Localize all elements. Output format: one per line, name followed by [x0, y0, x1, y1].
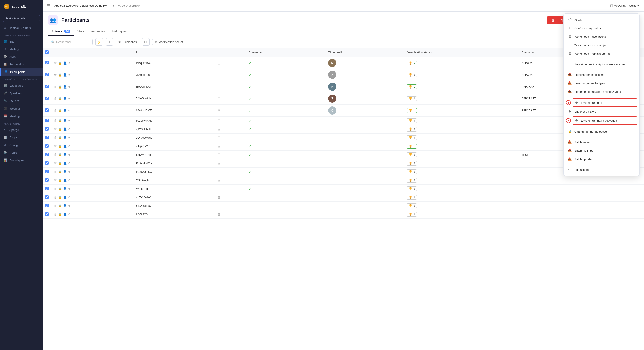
- delete-row-icon[interactable]: 🗑: [54, 153, 57, 156]
- access-site-button[interactable]: ⊕ Accès au site: [3, 15, 40, 22]
- user-row-icon[interactable]: 👤: [63, 179, 67, 182]
- row-checkbox[interactable]: [45, 204, 48, 207]
- user-row-icon[interactable]: 👤: [63, 109, 67, 112]
- delete-row-icon[interactable]: 🗑: [54, 73, 57, 77]
- row-checkbox[interactable]: [45, 136, 48, 139]
- dropdown-item-workshops-replays[interactable]: ⊟Workshops - replays par jour: [564, 49, 639, 58]
- delete-row-icon[interactable]: 🗑: [54, 196, 57, 199]
- lock-row-icon[interactable]: 🔒: [58, 179, 62, 182]
- row-checkbox[interactable]: [45, 85, 48, 88]
- delete-row-icon[interactable]: 🗑: [54, 179, 57, 182]
- history-row-icon[interactable]: ↺: [68, 136, 70, 139]
- tab-historiques[interactable]: Historiques: [108, 28, 130, 36]
- row-checkbox[interactable]: [45, 178, 48, 182]
- dropdown-item-batch-file-import[interactable]: 📤Batch file import: [564, 146, 639, 155]
- history-row-icon[interactable]: ↺: [68, 170, 70, 173]
- lock-row-icon[interactable]: 🔒: [58, 213, 62, 216]
- lock-row-icon[interactable]: 🔒: [58, 204, 62, 207]
- row-checkbox[interactable]: [45, 161, 48, 165]
- sidebar-item-mailing[interactable]: ✉ Mailing: [0, 45, 42, 53]
- id-sort-icon[interactable]: ↕: [139, 51, 140, 54]
- dropdown-item-envoyer-mail[interactable]: ✈Envoyer un mail: [572, 98, 637, 107]
- dropdown-item-json[interactable]: </>JSON: [564, 16, 639, 24]
- lock-row-icon[interactable]: 🔒: [58, 119, 62, 122]
- thumbnail-sort-icon[interactable]: ↕: [343, 51, 344, 54]
- filter-button[interactable]: ⚡: [96, 38, 103, 46]
- row-checkbox[interactable]: [45, 144, 48, 148]
- delete-row-icon[interactable]: 🗑: [54, 119, 57, 122]
- lock-row-icon[interactable]: 🔒: [58, 170, 62, 173]
- topbar-user[interactable]: Célia ▼: [629, 4, 640, 8]
- history-row-icon[interactable]: ↺: [68, 153, 70, 156]
- delete-row-icon[interactable]: 🗑: [54, 85, 57, 89]
- delete-row-icon[interactable]: 🗑: [54, 109, 57, 112]
- user-row-icon[interactable]: 👤: [63, 196, 67, 199]
- user-row-icon[interactable]: 👤: [63, 145, 67, 148]
- lock-row-icon[interactable]: 🔒: [58, 162, 62, 165]
- lock-row-icon[interactable]: 🔒: [58, 153, 62, 156]
- grid-row-icon[interactable]: ⊞: [218, 187, 220, 191]
- grid-row-icon[interactable]: ⊞: [218, 170, 220, 174]
- row-checkbox[interactable]: [45, 187, 48, 190]
- dropdown-item-telecharger-fichiers[interactable]: 📥Télécharger les fichiers: [564, 70, 639, 79]
- row-checkbox[interactable]: [45, 108, 48, 112]
- row-checkbox[interactable]: [45, 73, 48, 76]
- delete-row-icon[interactable]: 🗑: [54, 162, 57, 165]
- row-checkbox[interactable]: [45, 170, 48, 173]
- user-row-icon[interactable]: 👤: [63, 170, 67, 173]
- tab-stats[interactable]: Stats: [74, 28, 88, 36]
- grid-row-icon[interactable]: ⊞: [218, 136, 220, 140]
- dropdown-item-telecharger-badges[interactable]: 📥Télécharger les badges: [564, 79, 639, 87]
- history-row-icon[interactable]: ↺: [68, 196, 70, 199]
- sidebar-item-speakers[interactable]: 🎤 Speakers: [0, 89, 42, 97]
- hamburger-menu-icon[interactable]: ☰: [47, 3, 50, 8]
- dropdown-item-forcer-creneaux[interactable]: 📥Forcer les créneaux de rendez-vous: [564, 87, 639, 96]
- sidebar-item-site[interactable]: 🌐 Site: [0, 38, 42, 45]
- project-dropdown-icon[interactable]: ▼: [112, 5, 115, 7]
- layout-button[interactable]: ⊟: [142, 38, 150, 46]
- user-row-icon[interactable]: 👤: [63, 162, 67, 165]
- user-row-icon[interactable]: 👤: [63, 61, 67, 65]
- add-button[interactable]: +: [106, 38, 113, 46]
- dropdown-item-workshops-views[interactable]: ⊟Workshops - vues par jour: [564, 41, 639, 49]
- sidebar-item-apercu[interactable]: 👁 Aperçu: [0, 126, 42, 134]
- lock-row-icon[interactable]: 🔒: [58, 196, 62, 199]
- grid-row-icon[interactable]: ⊞: [218, 97, 220, 101]
- sidebar-item-dashboard[interactable]: ⊞ Tableau De Bord: [0, 24, 42, 32]
- user-row-icon[interactable]: 👤: [63, 136, 67, 139]
- history-row-icon[interactable]: ↺: [68, 73, 70, 77]
- user-row-icon[interactable]: 👤: [63, 85, 67, 89]
- lock-row-icon[interactable]: 🔒: [58, 136, 62, 139]
- delete-row-icon[interactable]: 🗑: [54, 61, 57, 65]
- history-row-icon[interactable]: ↺: [68, 97, 70, 100]
- search-field[interactable]: 🔍: [48, 39, 93, 45]
- user-row-icon[interactable]: 👤: [63, 213, 67, 216]
- history-row-icon[interactable]: ↺: [68, 145, 70, 148]
- history-row-icon[interactable]: ↺: [68, 162, 70, 165]
- lock-row-icon[interactable]: 🔒: [58, 97, 62, 100]
- row-checkbox[interactable]: [45, 97, 48, 100]
- grid-row-icon[interactable]: ⊞: [218, 212, 220, 216]
- tab-anomalies[interactable]: Anomalies: [88, 28, 108, 36]
- user-row-icon[interactable]: 👤: [63, 153, 67, 156]
- user-row-icon[interactable]: 👤: [63, 97, 67, 100]
- lock-row-icon[interactable]: 🔒: [58, 187, 62, 190]
- select-all-checkbox[interactable]: [45, 51, 48, 54]
- row-checkbox[interactable]: [45, 119, 48, 122]
- sidebar-item-ateliers[interactable]: 🔧 Ateliers: [0, 97, 42, 105]
- grid-row-icon[interactable]: ⊞: [218, 204, 220, 208]
- dropdown-item-batch-import[interactable]: 📤Batch import: [564, 138, 639, 146]
- dropdown-item-supprimer-inscriptions[interactable]: ⊟Supprimer les inscriptions aux sessions: [564, 60, 639, 68]
- grid-row-icon[interactable]: ⊞: [218, 127, 220, 131]
- lock-row-icon[interactable]: 🔒: [58, 73, 62, 77]
- grid-row-icon[interactable]: ⊞: [218, 119, 220, 123]
- columns-selector[interactable]: 👁 8 colonnes: [116, 39, 139, 45]
- lock-row-icon[interactable]: 🔒: [58, 61, 62, 65]
- grid-row-icon[interactable]: ⊞: [218, 144, 220, 148]
- row-checkbox[interactable]: [45, 61, 48, 64]
- sidebar-item-pages[interactable]: 📄 Pages: [0, 134, 42, 141]
- user-row-icon[interactable]: 👤: [63, 128, 67, 131]
- dropdown-item-edit-schema[interactable]: ✏Edit schema: [564, 165, 639, 174]
- history-row-icon[interactable]: ↺: [68, 213, 70, 216]
- sidebar-item-webinar[interactable]: 🎥 Webinar: [0, 105, 42, 112]
